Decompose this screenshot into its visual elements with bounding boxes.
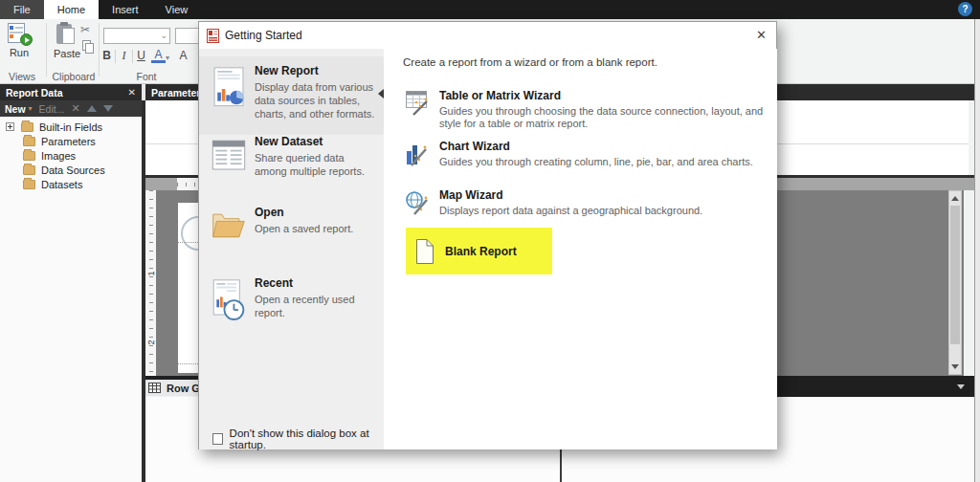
tree-item-label: Parameters xyxy=(41,136,96,147)
open-item[interactable]: Open Open a saved report. xyxy=(211,206,379,244)
move-down-icon[interactable] xyxy=(103,105,113,112)
paste-icon xyxy=(56,23,78,46)
report-builder-icon xyxy=(207,29,219,43)
tab-insert[interactable]: Insert xyxy=(99,0,152,19)
scrollbar-thumb[interactable] xyxy=(950,206,960,344)
font-color-caret-icon[interactable]: ▾ xyxy=(166,54,169,62)
tree-item-parameters[interactable]: Parameters xyxy=(0,134,142,148)
new-dataset-icon xyxy=(211,135,247,177)
item-desc: Display data from various data sources i… xyxy=(255,80,379,120)
vertical-ruler: 1 2 xyxy=(145,190,156,376)
tree-item-data-sources[interactable]: Data Sources xyxy=(0,163,142,177)
new-button[interactable]: New xyxy=(5,103,26,115)
paste-label: Paste xyxy=(54,48,80,59)
folder-icon xyxy=(23,151,35,161)
item-title: New Report xyxy=(255,64,379,77)
blank-report-item[interactable]: Blank Report xyxy=(406,228,552,274)
tree-item-datasets[interactable]: Datasets xyxy=(0,177,142,191)
new-report-icon xyxy=(211,64,247,114)
grow-font-button[interactable]: A xyxy=(176,49,190,62)
new-caret-icon[interactable]: ▾ xyxy=(29,104,33,113)
dialog-sidebar: New Report Display data from various dat… xyxy=(199,49,384,449)
report-data-header: Report Data ✕ xyxy=(0,84,142,100)
bold-button[interactable]: B xyxy=(100,49,114,62)
group-divider xyxy=(46,23,47,77)
tab-home[interactable]: Home xyxy=(44,0,99,19)
font-group-label: Font xyxy=(103,71,189,82)
tree-item-label: Data Sources xyxy=(41,164,105,176)
ruler-number: 1 xyxy=(146,269,156,279)
run-button[interactable]: Run xyxy=(8,23,31,58)
tree-item-label: Images xyxy=(41,150,76,162)
wizard-desc: Guides you through creating column, line… xyxy=(439,156,769,168)
item-desc: Open a recently used report. xyxy=(255,293,379,319)
item-title: Recent xyxy=(255,276,379,290)
chart-wizard-item[interactable]: Chart Wizard Guides you through creating… xyxy=(405,140,769,168)
scroll-down-icon[interactable] xyxy=(949,361,961,373)
run-icon xyxy=(8,23,31,44)
chevron-down-icon[interactable] xyxy=(957,384,965,389)
folder-icon xyxy=(23,137,35,146)
delete-icon[interactable]: ✕ xyxy=(71,102,79,115)
folder-icon xyxy=(23,165,35,175)
wizard-title: Table or Matrix Wizard xyxy=(439,89,769,102)
recent-item[interactable]: Recent Open a recently used report. xyxy=(211,276,379,326)
startup-checkbox-row[interactable]: Don't show this dialog box at startup. xyxy=(212,427,384,450)
getting-started-dialog: Getting Started ✕ New Report Display dat… xyxy=(198,21,777,449)
dialog-close-icon[interactable]: ✕ xyxy=(756,28,767,42)
grid-icon xyxy=(148,383,161,393)
font-color-button[interactable]: A xyxy=(151,48,166,63)
tab-file[interactable]: File xyxy=(0,0,44,19)
copy-icon[interactable] xyxy=(82,40,91,51)
blank-report-title: Blank Report xyxy=(445,245,517,258)
new-dataset-item[interactable]: New Dataset Share queried data among mul… xyxy=(211,135,379,178)
checkbox[interactable] xyxy=(212,433,223,445)
cut-icon[interactable]: ✂ xyxy=(80,23,90,36)
item-desc: Open a saved report. xyxy=(255,222,379,235)
window-edge xyxy=(974,19,980,482)
tree-item-label: Built-in Fields xyxy=(39,121,102,133)
font-name-combo[interactable]: ⌄ xyxy=(103,28,170,44)
ruler-number: 2 xyxy=(146,338,156,348)
edit-button[interactable]: Edit... xyxy=(39,103,65,115)
dialog-title: Getting Started xyxy=(225,29,302,42)
tree-item-images[interactable]: Images xyxy=(0,148,142,163)
panel-splitter-gap xyxy=(142,84,145,100)
tree-item-built-in-fields[interactable]: Built-in Fields xyxy=(0,120,142,134)
expand-icon[interactable] xyxy=(6,122,14,131)
italic-button[interactable]: I xyxy=(117,49,131,63)
dialog-titlebar[interactable]: Getting Started xyxy=(199,22,776,49)
underline-button[interactable]: U xyxy=(134,49,148,62)
chart-wizard-icon xyxy=(405,140,430,168)
new-report-item[interactable]: New Report Display data from various dat… xyxy=(211,64,379,120)
item-title: Open xyxy=(255,206,379,219)
tab-view[interactable]: View xyxy=(152,0,202,19)
wizard-title: Map Wizard xyxy=(439,188,769,202)
tree-item-label: Datasets xyxy=(41,179,82,190)
map-wizard-item[interactable]: Map Wizard Displays report data against … xyxy=(405,188,769,217)
report-data-title: Report Data xyxy=(6,87,63,99)
wizard-title: Chart Wizard xyxy=(439,140,769,153)
scroll-up-icon[interactable] xyxy=(949,192,961,205)
blank-report-icon xyxy=(414,238,435,265)
checkbox-label: Don't show this dialog box at startup. xyxy=(230,427,384,450)
run-label: Run xyxy=(10,47,29,58)
help-icon[interactable]: ? xyxy=(958,2,972,16)
views-group-label: Views xyxy=(0,71,44,82)
paste-button[interactable]: Paste xyxy=(54,23,80,59)
wizard-desc: Guides you through choosing the data sou… xyxy=(439,105,769,130)
table-matrix-wizard-icon xyxy=(405,89,430,118)
move-up-icon[interactable] xyxy=(87,105,97,112)
report-data-toolbar: New ▾ Edit... ✕ xyxy=(0,100,142,117)
map-wizard-icon xyxy=(405,188,430,217)
folder-icon xyxy=(23,180,35,189)
item-desc: Share queried data among multiple report… xyxy=(255,151,379,178)
recent-icon xyxy=(211,276,247,326)
vertical-scrollbar[interactable] xyxy=(948,190,962,375)
report-data-panel: New ▾ Edit... ✕ Built-in Fields Paramete… xyxy=(0,100,142,482)
open-folder-icon xyxy=(211,206,247,244)
app-titlebar: File Home Insert View xyxy=(0,0,980,19)
table-matrix-wizard-item[interactable]: Table or Matrix Wizard Guides you throug… xyxy=(405,89,769,130)
close-panel-icon[interactable]: ✕ xyxy=(128,87,136,98)
clipboard-group-label: Clipboard xyxy=(48,71,100,82)
